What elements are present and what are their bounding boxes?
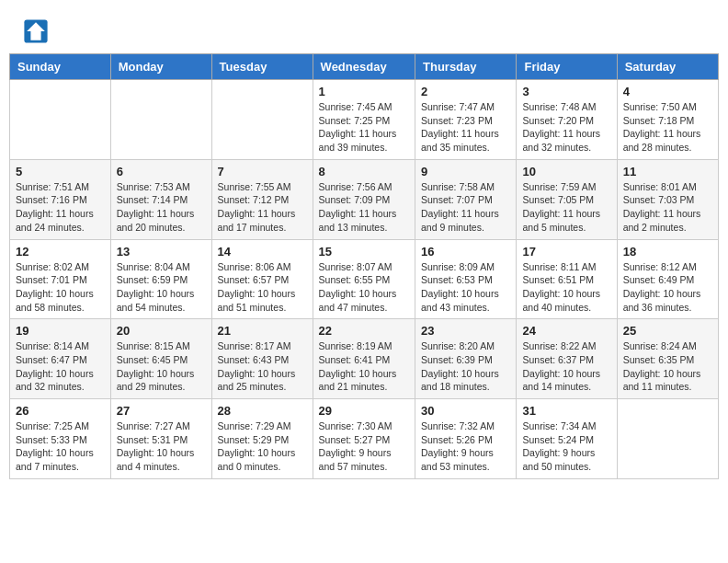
column-header-friday: Friday — [517, 54, 617, 80]
calendar-cell: 2Sunrise: 7:47 AM Sunset: 7:23 PM Daylig… — [415, 80, 517, 160]
calendar-cell: 30Sunrise: 7:32 AM Sunset: 5:26 PM Dayli… — [415, 399, 517, 479]
day-info: Sunrise: 7:47 AM Sunset: 7:23 PM Dayligh… — [421, 100, 510, 155]
column-header-saturday: Saturday — [617, 54, 718, 80]
day-info: Sunrise: 7:53 AM Sunset: 7:14 PM Dayligh… — [117, 180, 206, 235]
day-number: 8 — [319, 165, 409, 178]
page-header — [9, 9, 719, 49]
calendar-week-3: 12Sunrise: 8:02 AM Sunset: 7:01 PM Dayli… — [10, 239, 719, 319]
calendar-cell — [617, 399, 718, 479]
calendar-cell: 13Sunrise: 8:04 AM Sunset: 6:59 PM Dayli… — [110, 239, 211, 319]
generalblue-logo-icon — [23, 18, 49, 44]
day-number: 26 — [16, 404, 105, 418]
day-info: Sunrise: 7:25 AM Sunset: 5:33 PM Dayligh… — [16, 419, 105, 474]
day-info: Sunrise: 7:34 AM Sunset: 5:24 PM Dayligh… — [522, 419, 610, 474]
day-number: 12 — [16, 245, 105, 259]
day-number: 1 — [319, 85, 409, 98]
day-number: 4 — [623, 85, 712, 98]
column-header-tuesday: Tuesday — [211, 54, 313, 80]
calendar-cell: 16Sunrise: 8:09 AM Sunset: 6:53 PM Dayli… — [415, 239, 517, 319]
calendar-cell: 26Sunrise: 7:25 AM Sunset: 5:33 PM Dayli… — [10, 399, 111, 479]
day-number: 20 — [117, 324, 206, 338]
day-number: 27 — [117, 404, 206, 418]
day-info: Sunrise: 8:02 AM Sunset: 7:01 PM Dayligh… — [16, 260, 105, 315]
calendar-cell: 18Sunrise: 8:12 AM Sunset: 6:49 PM Dayli… — [617, 239, 718, 319]
calendar-cell — [211, 80, 313, 160]
day-number: 19 — [16, 324, 105, 338]
day-info: Sunrise: 7:29 AM Sunset: 5:29 PM Dayligh… — [218, 419, 307, 474]
calendar-cell: 20Sunrise: 8:15 AM Sunset: 6:45 PM Dayli… — [110, 319, 211, 399]
day-info: Sunrise: 8:01 AM Sunset: 7:03 PM Dayligh… — [623, 180, 712, 235]
calendar-week-2: 5Sunrise: 7:51 AM Sunset: 7:16 PM Daylig… — [10, 159, 719, 239]
calendar-cell: 19Sunrise: 8:14 AM Sunset: 6:47 PM Dayli… — [10, 319, 111, 399]
day-info: Sunrise: 7:30 AM Sunset: 5:27 PM Dayligh… — [319, 419, 409, 474]
day-info: Sunrise: 7:50 AM Sunset: 7:18 PM Dayligh… — [623, 100, 712, 155]
day-number: 24 — [522, 324, 610, 338]
calendar-week-4: 19Sunrise: 8:14 AM Sunset: 6:47 PM Dayli… — [10, 319, 719, 399]
day-number: 16 — [421, 245, 510, 259]
calendar-cell: 3Sunrise: 7:48 AM Sunset: 7:20 PM Daylig… — [517, 80, 617, 160]
day-number: 23 — [421, 324, 510, 338]
calendar-cell: 14Sunrise: 8:06 AM Sunset: 6:57 PM Dayli… — [211, 239, 313, 319]
day-number: 10 — [522, 165, 610, 178]
day-number: 18 — [623, 245, 712, 259]
day-number: 30 — [421, 404, 510, 418]
day-info: Sunrise: 8:19 AM Sunset: 6:41 PM Dayligh… — [319, 339, 409, 394]
day-number: 11 — [623, 165, 712, 178]
day-info: Sunrise: 8:04 AM Sunset: 6:59 PM Dayligh… — [117, 260, 206, 315]
calendar-cell: 31Sunrise: 7:34 AM Sunset: 5:24 PM Dayli… — [517, 399, 617, 479]
day-info: Sunrise: 7:48 AM Sunset: 7:20 PM Dayligh… — [522, 100, 610, 155]
calendar-cell: 1Sunrise: 7:45 AM Sunset: 7:25 PM Daylig… — [313, 80, 415, 160]
day-number: 28 — [218, 404, 307, 418]
calendar-cell: 25Sunrise: 8:24 AM Sunset: 6:35 PM Dayli… — [617, 319, 718, 399]
calendar-cell — [10, 80, 111, 160]
day-info: Sunrise: 7:58 AM Sunset: 7:07 PM Dayligh… — [421, 180, 510, 235]
calendar-cell: 28Sunrise: 7:29 AM Sunset: 5:29 PM Dayli… — [211, 399, 313, 479]
day-info: Sunrise: 7:32 AM Sunset: 5:26 PM Dayligh… — [421, 419, 510, 474]
day-number: 9 — [421, 165, 510, 178]
calendar-table: SundayMondayTuesdayWednesdayThursdayFrid… — [9, 53, 719, 479]
day-info: Sunrise: 8:09 AM Sunset: 6:53 PM Dayligh… — [421, 260, 510, 315]
day-info: Sunrise: 7:45 AM Sunset: 7:25 PM Dayligh… — [319, 100, 409, 155]
calendar-cell: 10Sunrise: 7:59 AM Sunset: 7:05 PM Dayli… — [517, 159, 617, 239]
calendar-cell: 24Sunrise: 8:22 AM Sunset: 6:37 PM Dayli… — [517, 319, 617, 399]
calendar-cell: 27Sunrise: 7:27 AM Sunset: 5:31 PM Dayli… — [110, 399, 211, 479]
day-number: 2 — [421, 85, 510, 98]
day-info: Sunrise: 8:12 AM Sunset: 6:49 PM Dayligh… — [623, 260, 712, 315]
calendar-cell: 5Sunrise: 7:51 AM Sunset: 7:16 PM Daylig… — [10, 159, 111, 239]
calendar-cell: 23Sunrise: 8:20 AM Sunset: 6:39 PM Dayli… — [415, 319, 517, 399]
day-info: Sunrise: 8:22 AM Sunset: 6:37 PM Dayligh… — [522, 339, 610, 394]
calendar-cell — [110, 80, 211, 160]
day-number: 29 — [319, 404, 409, 418]
column-header-thursday: Thursday — [415, 54, 517, 80]
day-info: Sunrise: 8:14 AM Sunset: 6:47 PM Dayligh… — [16, 339, 105, 394]
calendar-header-row: SundayMondayTuesdayWednesdayThursdayFrid… — [10, 54, 719, 80]
day-info: Sunrise: 7:51 AM Sunset: 7:16 PM Dayligh… — [16, 180, 105, 235]
day-number: 13 — [117, 245, 206, 259]
calendar-cell: 4Sunrise: 7:50 AM Sunset: 7:18 PM Daylig… — [617, 80, 718, 160]
day-number: 21 — [218, 324, 307, 338]
day-number: 5 — [16, 165, 105, 178]
day-info: Sunrise: 7:59 AM Sunset: 7:05 PM Dayligh… — [522, 180, 610, 235]
day-info: Sunrise: 8:11 AM Sunset: 6:51 PM Dayligh… — [522, 260, 610, 315]
calendar-cell: 15Sunrise: 8:07 AM Sunset: 6:55 PM Dayli… — [313, 239, 415, 319]
calendar-cell: 29Sunrise: 7:30 AM Sunset: 5:27 PM Dayli… — [313, 399, 415, 479]
column-header-monday: Monday — [110, 54, 211, 80]
calendar-cell: 17Sunrise: 8:11 AM Sunset: 6:51 PM Dayli… — [517, 239, 617, 319]
day-info: Sunrise: 8:20 AM Sunset: 6:39 PM Dayligh… — [421, 339, 510, 394]
day-info: Sunrise: 7:27 AM Sunset: 5:31 PM Dayligh… — [117, 419, 206, 474]
day-number: 25 — [623, 324, 712, 338]
calendar-cell: 12Sunrise: 8:02 AM Sunset: 7:01 PM Dayli… — [10, 239, 111, 319]
calendar-week-1: 1Sunrise: 7:45 AM Sunset: 7:25 PM Daylig… — [10, 80, 719, 160]
day-number: 3 — [522, 85, 610, 98]
calendar-cell: 22Sunrise: 8:19 AM Sunset: 6:41 PM Dayli… — [313, 319, 415, 399]
column-header-wednesday: Wednesday — [313, 54, 415, 80]
day-info: Sunrise: 8:07 AM Sunset: 6:55 PM Dayligh… — [319, 260, 409, 315]
day-number: 6 — [117, 165, 206, 178]
day-number: 7 — [218, 165, 307, 178]
day-info: Sunrise: 8:24 AM Sunset: 6:35 PM Dayligh… — [623, 339, 712, 394]
day-info: Sunrise: 7:56 AM Sunset: 7:09 PM Dayligh… — [319, 180, 409, 235]
column-header-sunday: Sunday — [10, 54, 111, 80]
day-number: 17 — [522, 245, 610, 259]
calendar-cell: 9Sunrise: 7:58 AM Sunset: 7:07 PM Daylig… — [415, 159, 517, 239]
calendar-cell: 7Sunrise: 7:55 AM Sunset: 7:12 PM Daylig… — [211, 159, 313, 239]
